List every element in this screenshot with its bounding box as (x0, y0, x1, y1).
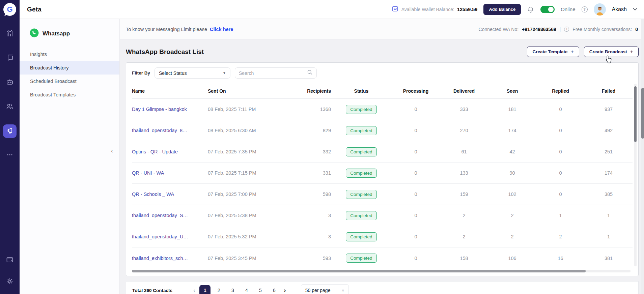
table-row: QR - UNI - WA07 Feb, 2025 7:15 PM331Comp… (132, 163, 633, 184)
table-row: thailand_openstoday_S…07 Feb, 2025 5:38 … (132, 205, 633, 226)
plus-icon: + (630, 49, 633, 55)
page-prev-chevron-icon[interactable]: ‹ (192, 287, 197, 294)
cell-replied: 2 (536, 234, 585, 239)
free-conversations-label: Free Monthly conversations: (572, 27, 632, 32)
wallet-icon (6, 256, 14, 265)
sidebar-item-scheduled-broadcast[interactable]: Scheduled Broadcast (20, 75, 119, 88)
users-icon (6, 102, 14, 112)
broadcast-name-link[interactable]: thailand_openstoday_U… (132, 234, 188, 239)
sidebar-item-broadcast-templates[interactable]: Broadcast Templates (20, 88, 119, 101)
broadcast-name-link[interactable]: QR - UNI - WA (132, 170, 164, 176)
app-logo[interactable]: G (3, 3, 16, 16)
sidebar-section-header: Whatsapp (20, 19, 119, 39)
column-header-processing: Processing (392, 88, 440, 94)
cell-delivered: 133 (440, 170, 488, 176)
page-next-chevron-icon[interactable]: › (282, 287, 287, 294)
connected-wa-label: Connected WA No: (479, 27, 519, 32)
broadcast-name-link[interactable]: Day 1 Glimpse - bangkok (132, 107, 187, 112)
page-number-4[interactable]: 4 (241, 285, 252, 294)
sidebar-item-insights[interactable]: Insights (20, 48, 119, 61)
status-badge: Completed (346, 126, 376, 135)
page-number-1[interactable]: 1 (199, 285, 211, 294)
online-label: Online (561, 6, 575, 12)
cell-sent_on: 07 Feb, 2025 5:38 PM (208, 213, 292, 218)
page-number-5[interactable]: 5 (255, 285, 266, 294)
gear-icon (6, 277, 14, 287)
info-bar: To know your Messaging Limit please Clic… (120, 19, 644, 40)
rail-item-more[interactable] (3, 149, 17, 162)
column-header-name: Name (132, 88, 208, 94)
broadcast-name-link[interactable]: thailand_openstoday_8… (132, 128, 187, 133)
cell-recipients: 3 (292, 213, 331, 218)
cell-failed: 385 (585, 192, 633, 197)
cell-seen: 90 (488, 170, 536, 176)
rail-item-insights[interactable] (3, 27, 17, 41)
cell-processing: 0 (392, 256, 440, 261)
window-scrollbar[interactable] (641, 19, 644, 294)
status-badge: Completed (346, 190, 376, 199)
cell-recipients: 1368 (292, 107, 331, 112)
page-number-3[interactable]: 3 (227, 285, 238, 294)
search-icon[interactable] (307, 69, 313, 77)
cell-recipients: 331 (292, 170, 331, 176)
page-number-2[interactable]: 2 (213, 285, 224, 294)
window-scrollbar-thumb[interactable] (641, 88, 644, 139)
create-broadcast-button[interactable]: Create Broadcast + (584, 47, 639, 57)
broadcast-name-link[interactable]: Optins - QR - Update (132, 149, 178, 154)
cell-failed: 937 (585, 107, 633, 112)
rail-item-chats[interactable] (3, 52, 17, 65)
search-input[interactable] (239, 70, 307, 76)
column-header-failed: Failed (585, 88, 633, 94)
info-circle-icon: i (564, 27, 569, 32)
status-badge: Completed (346, 169, 376, 178)
table-row: Day 1 Glimpse - bangkok08 Feb, 2025 7:11… (132, 99, 633, 120)
help-icon[interactable]: ? (582, 6, 588, 12)
cell-replied: 0 (536, 170, 585, 176)
select-caret-icon: ▼ (223, 71, 226, 75)
total-contacts-label: Total 260 Contacts (132, 288, 172, 293)
cell-failed: 1 (585, 234, 633, 239)
connected-wa-number: +917249363569 (522, 27, 556, 32)
create-template-button[interactable]: Create Template + (527, 47, 579, 57)
status-filter-select[interactable]: Select Status ▼ (155, 67, 230, 79)
cell-replied: 0 (536, 149, 585, 154)
cell-seen: 181 (488, 107, 536, 112)
table-horizontal-scrollbar-thumb[interactable] (132, 270, 586, 272)
rail-item-bot[interactable] (3, 76, 17, 89)
user-menu-chevron-icon[interactable] (633, 7, 637, 12)
cell-delivered: 270 (440, 128, 488, 133)
cell-replied: 0 (536, 107, 585, 112)
table-row: QR - Schools _ WA07 Feb, 2025 7:00 PM598… (132, 184, 633, 205)
cell-recipients: 3 (292, 234, 331, 239)
page-number-6[interactable]: 6 (269, 285, 280, 294)
cell-recipients: 598 (292, 192, 331, 197)
column-header-replied: Replied (536, 88, 585, 94)
more-ellipsis-icon (6, 151, 14, 160)
broadcast-name-link[interactable]: thailand_openstoday_S… (132, 213, 188, 218)
analytics-icon (6, 29, 14, 39)
per-page-select[interactable]: 50 per page ∨ (301, 284, 349, 294)
cell-seen: 102 (488, 192, 536, 197)
table-horizontal-scrollbar[interactable] (132, 270, 631, 272)
cell-processing: 0 (392, 213, 440, 218)
broadcast-name-link[interactable]: thailand_exhibitors_sch… (132, 256, 188, 261)
cell-processing: 0 (392, 170, 440, 176)
online-toggle[interactable] (540, 6, 555, 13)
rail-item-wallet[interactable] (3, 254, 17, 267)
rail-item-settings[interactable] (3, 275, 17, 289)
notification-bell-icon[interactable] (527, 6, 534, 13)
sidebar-collapse-chevron-icon[interactable]: ‹ (109, 148, 115, 154)
main-content: To know your Messaging Limit please Clic… (120, 19, 644, 294)
sidebar-item-broadcast-history[interactable]: Broadcast History (20, 61, 119, 75)
broadcast-name-link[interactable]: QR - Schools _ WA (132, 192, 174, 197)
rail-item-contacts[interactable] (3, 100, 17, 114)
cell-delivered: 158 (440, 256, 488, 261)
rail-item-broadcast[interactable] (3, 124, 17, 138)
table-vertical-scrollbar-thumb[interactable] (634, 86, 637, 142)
left-rail: G (0, 0, 20, 294)
cell-sent_on: 08 Feb, 2025 6:30 AM (208, 128, 292, 133)
avatar[interactable] (594, 3, 606, 16)
click-here-link[interactable]: Click here (210, 27, 233, 32)
add-balance-button[interactable]: Add Balance (483, 4, 521, 15)
messaging-limit-text: To know your Messaging Limit please (126, 27, 207, 32)
